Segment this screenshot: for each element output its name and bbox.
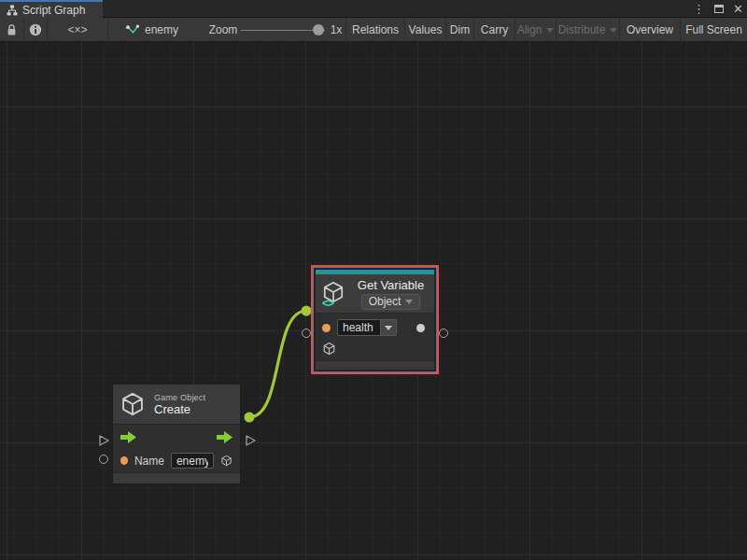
zoom-label: Zoom [207,18,239,42]
variable-name-port[interactable] [322,324,331,332]
close-icon[interactable]: ✕ [733,3,743,15]
values-button[interactable]: Values [405,18,445,42]
node-get-variable[interactable]: <> Get Variable Object [311,265,439,374]
value-output-outer-port[interactable] [439,329,448,338]
flow-input-arrow-icon[interactable] [120,431,136,443]
tab-script-graph[interactable]: Script Graph [0,0,103,18]
graph-reference-label: enemy [145,23,178,36]
name-input[interactable] [171,453,214,469]
name-outer-port[interactable] [99,455,108,464]
name-field-label: Name [134,455,164,468]
inspect-button[interactable] [24,18,47,42]
graph-reference-icon [126,24,139,36]
carry-button[interactable]: Carry [474,18,514,42]
zoom-value: 1x [327,18,345,42]
lock-icon [6,23,18,36]
graph-canvas[interactable]: Game Object Create Name [0,42,747,560]
variable-cube-code-icon: <> [321,280,347,308]
node-create-footer [113,472,240,483]
flow-output-outer-port[interactable] [244,434,257,447]
node-title: Create [154,402,205,416]
code-brackets-icon: <> [322,297,333,310]
code-preview-button[interactable]: <×> [48,18,107,42]
chevron-down-icon [405,300,413,304]
distribute-button[interactable]: Distribute [557,18,619,42]
window-controls: ⋮ ✕ [693,0,743,18]
chevron-down-icon [610,28,617,33]
variable-name-input[interactable] [337,319,381,336]
relations-button[interactable]: Relations [346,18,404,42]
variable-scope-dropdown[interactable]: Object [361,294,421,310]
value-output-port[interactable] [416,324,425,332]
variable-name-outer-port[interactable] [302,329,311,338]
more-menu-icon[interactable]: ⋮ [693,3,705,15]
object-input-icon[interactable] [322,342,336,356]
graph-reference[interactable]: enemy [126,18,191,42]
dim-button[interactable]: Dim [446,18,473,42]
node-get-variable-footer [316,360,434,370]
info-icon [29,23,42,36]
selection-inner-outline: <> Get Variable Object [313,267,437,372]
node-category: Game Object [154,393,205,402]
graph-hierarchy-icon [7,5,18,16]
toolbar-separator [107,18,108,42]
wire-end-dot [302,306,312,316]
chevron-down-icon [546,28,554,33]
node-get-variable-header: <> Get Variable Object [316,274,434,314]
node-create-body: Name [113,425,240,472]
node-create-header: Game Object Create [113,385,240,425]
name-input-port[interactable] [120,456,128,465]
wire-start-dot [245,413,255,423]
tab-title: Script Graph [22,4,85,17]
variable-picker-dropdown[interactable] [381,319,397,336]
zoom-slider-thumb[interactable] [313,24,324,35]
align-button[interactable]: Align [515,18,556,42]
tab-bar: Script Graph ⋮ ✕ [0,0,747,18]
flow-output-arrow-icon[interactable] [217,431,233,443]
code-icon: <×> [67,23,87,36]
lock-button[interactable] [0,18,23,42]
flow-input-outer-port[interactable] [97,434,110,447]
unity-script-graph-window: Script Graph ⋮ ✕ <×> [0,0,747,560]
game-object-output-icon[interactable] [220,454,233,468]
chevron-down-icon [385,326,392,330]
maximize-icon[interactable] [714,5,724,13]
game-object-cube-icon [120,391,146,417]
node-title: Get Variable [358,278,424,292]
overview-button[interactable]: Overview [620,18,680,42]
node-create[interactable]: Game Object Create Name [112,384,241,484]
graph-toolbar: <×> enemy Zoom 1x Relations Values Dim [0,18,747,42]
full-screen-button[interactable]: Full Screen [681,18,747,42]
node-get-variable-body [316,314,434,360]
